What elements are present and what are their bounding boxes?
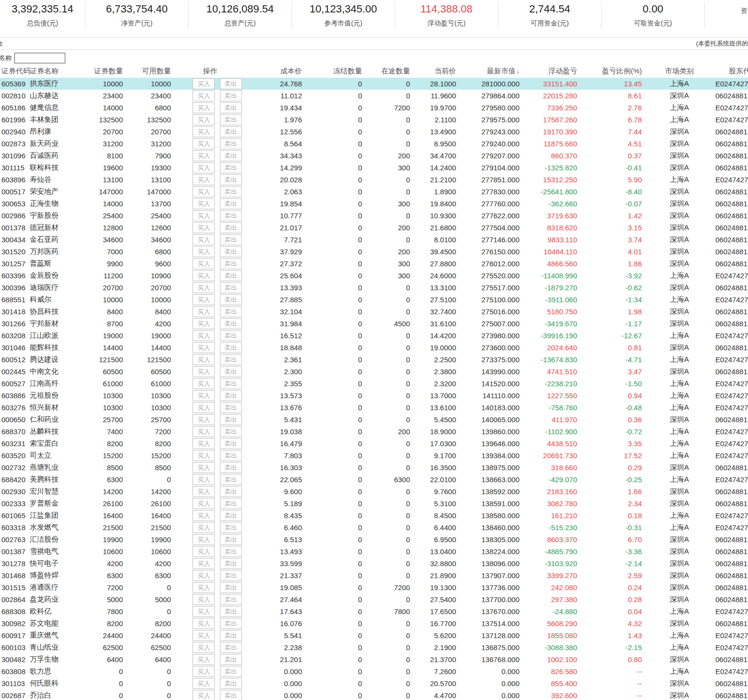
buy-button[interactable]: 买入 (193, 354, 215, 365)
sell-button[interactable]: 卖出 (220, 114, 242, 125)
buy-button[interactable]: 买入 (193, 474, 215, 485)
sell-button[interactable]: 卖出 (220, 390, 242, 401)
table-row[interactable]: 605369 拱东医疗 10000 10000 买入 卖出 24.768 0 0… (0, 78, 748, 90)
table-row[interactable]: 688420 美腾科技 6300 0 买入 卖出 22.065 0 6300 2… (0, 474, 748, 486)
buy-button[interactable]: 买入 (193, 462, 215, 473)
sell-button[interactable]: 卖出 (220, 510, 242, 521)
col-header-shareholder-code[interactable]: 股东代码 (706, 64, 748, 78)
table-row[interactable]: 603231 索宝蛋白 8200 8200 买入 卖出 16.479 0 0 1… (0, 438, 748, 450)
buy-button[interactable]: 买入 (193, 342, 215, 353)
buy-button[interactable]: 买入 (193, 690, 215, 700)
buy-button[interactable]: 买入 (193, 414, 215, 425)
buy-button[interactable]: 买入 (193, 450, 215, 461)
sell-button[interactable]: 卖出 (220, 618, 242, 629)
sell-button[interactable]: 卖出 (220, 462, 242, 473)
sell-button[interactable]: 卖出 (220, 378, 242, 389)
buy-button[interactable]: 买入 (193, 258, 215, 269)
buy-button[interactable]: 买入 (193, 498, 215, 509)
sell-button[interactable]: 卖出 (220, 522, 242, 533)
sell-button[interactable]: 卖出 (220, 318, 242, 329)
table-row[interactable]: 301278 快可电子 4200 4200 买入 卖出 33.599 0 0 3… (0, 558, 748, 569)
buy-button[interactable]: 买入 (193, 486, 215, 497)
buy-button[interactable]: 买入 (193, 174, 215, 185)
buy-button[interactable]: 买入 (193, 270, 215, 281)
buy-button[interactable]: 买入 (193, 306, 215, 317)
col-header-cost-price[interactable]: 成本价 (247, 64, 304, 78)
buy-button[interactable]: 买入 (193, 210, 215, 221)
table-row[interactable]: 301266 宇邦新材 8700 4200 买入 卖出 31.984 0 450… (0, 318, 748, 330)
buy-button[interactable]: 买入 (193, 198, 215, 209)
tab-positions-partial[interactable]: 仓 (0, 39, 3, 48)
table-row[interactable]: 603808 歌力思 0 0 买入 卖出 0.000 0 0 7.2600 0.… (0, 665, 748, 677)
sell-button[interactable]: 卖出 (220, 282, 242, 293)
table-row[interactable]: 301046 能辉科技 14400 14400 买入 卖出 18.848 0 0… (0, 342, 748, 354)
table-row[interactable]: 300482 万孚生物 6400 6400 买入 卖出 21.201 0 0 2… (0, 653, 748, 665)
table-row[interactable]: 002445 中南文化 60500 60500 买入 卖出 2.300 0 0 … (0, 366, 748, 378)
table-row[interactable]: 603276 恒兴新材 10300 10300 买入 卖出 13.676 0 0… (0, 402, 748, 414)
sell-button[interactable]: 卖出 (220, 450, 242, 461)
sell-button[interactable]: 卖出 (220, 270, 242, 281)
buy-button[interactable]: 买入 (193, 642, 215, 653)
col-header-security-code[interactable]: 证券代码 (0, 64, 29, 78)
sell-button[interactable]: 卖出 (220, 690, 242, 700)
sell-button[interactable]: 卖出 (220, 90, 242, 101)
buy-button[interactable]: 买入 (193, 186, 215, 197)
col-header-market-value[interactable]: 最新市值↓ (458, 64, 521, 78)
buy-button[interactable]: 买入 (193, 378, 215, 389)
table-row[interactable]: 300982 苏文电能 8200 8200 买入 卖出 16.076 0 0 1… (0, 617, 748, 629)
buy-button[interactable]: 买入 (193, 594, 215, 605)
buy-button[interactable]: 买入 (193, 522, 215, 533)
table-row[interactable]: 601996 丰林集团 132500 132500 买入 卖出 1.976 0 … (0, 114, 748, 126)
sell-button[interactable]: 卖出 (220, 126, 242, 137)
buy-button[interactable]: 买入 (193, 678, 215, 689)
buy-button[interactable]: 买入 (193, 630, 215, 641)
name-filter-input[interactable] (14, 53, 65, 63)
sell-button[interactable]: 卖出 (220, 198, 242, 209)
table-row[interactable]: 000650 仁和药业 25700 25700 买入 卖出 5.431 0 0 … (0, 414, 748, 426)
table-row[interactable]: 603396 金辰股份 11200 10900 买入 卖出 25.604 0 3… (0, 270, 748, 282)
sell-button[interactable]: 卖出 (220, 570, 242, 581)
sell-button[interactable]: 卖出 (220, 210, 242, 221)
table-row[interactable]: 603208 江山欧派 19000 19000 买入 卖出 16.512 0 0… (0, 330, 748, 342)
buy-button[interactable]: 买入 (193, 510, 215, 521)
sell-button[interactable]: 卖出 (220, 138, 242, 149)
table-row[interactable]: 301103 何氏眼科 0 0 买入 卖出 0.000 0 0 20.5700 … (0, 677, 748, 689)
buy-button[interactable]: 买入 (193, 78, 215, 89)
buy-button[interactable]: 买入 (193, 126, 215, 137)
buy-button[interactable]: 买入 (193, 330, 215, 341)
buy-button[interactable]: 买入 (193, 618, 215, 629)
sell-button[interactable]: 卖出 (220, 426, 242, 437)
sell-button[interactable]: 卖出 (220, 366, 242, 377)
sell-button[interactable]: 卖出 (220, 246, 242, 257)
table-row[interactable]: 301096 百诚医药 8100 7900 买入 卖出 34.343 0 200… (0, 150, 748, 162)
col-header-floating-pl[interactable]: 浮动盈亏 (521, 64, 579, 78)
table-row[interactable]: 605186 健麾信息 14000 6800 买入 卖出 19.434 0 72… (0, 102, 748, 114)
sell-button[interactable]: 卖出 (220, 582, 242, 593)
buy-button[interactable]: 买入 (193, 366, 215, 377)
col-header-current-price[interactable]: 当前价 (412, 64, 458, 78)
table-row[interactable]: 002986 宇新股份 25400 25400 买入 卖出 10.777 0 0… (0, 210, 748, 222)
sell-button[interactable]: 卖出 (220, 678, 242, 689)
sell-button[interactable]: 卖出 (220, 402, 242, 413)
buy-button[interactable]: 买入 (193, 534, 215, 545)
table-row[interactable]: 002763 汇洁股份 19900 19900 买入 卖出 6.513 0 0 … (0, 534, 748, 546)
col-header-market-type[interactable]: 市场类别 (644, 64, 706, 78)
sell-button[interactable]: 卖出 (220, 534, 242, 545)
table-row[interactable]: 002864 盘龙药业 5000 5000 买入 卖出 27.464 0 0 2… (0, 593, 748, 605)
sell-button[interactable]: 卖出 (220, 174, 242, 185)
table-row[interactable]: 000517 荣安地产 147000 147000 买入 卖出 2.063 0 … (0, 186, 748, 198)
buy-button[interactable]: 买入 (193, 102, 215, 113)
sell-button[interactable]: 卖出 (220, 294, 242, 305)
table-row[interactable]: 600527 江南高纤 61000 61000 买入 卖出 2.355 0 0 … (0, 378, 748, 390)
sell-button[interactable]: 卖出 (220, 414, 242, 425)
sell-button[interactable]: 卖出 (220, 546, 242, 557)
table-row[interactable]: 002687 乔治白 0 0 买入 卖出 0.000 0 0 4.4700 0.… (0, 689, 748, 700)
table-row[interactable]: 688551 科威尔 10000 10000 买入 卖出 27.885 0 0 … (0, 294, 748, 306)
table-row[interactable]: 002873 新天药业 31200 31200 买入 卖出 8.564 0 0 … (0, 138, 748, 150)
buy-button[interactable]: 买入 (193, 138, 215, 149)
col-header-pl-ratio[interactable]: 盈亏比例(%) (579, 64, 644, 78)
buy-button[interactable]: 买入 (193, 222, 215, 233)
table-row[interactable]: 603318 水发燃气 21500 21500 买入 卖出 6.460 0 0 … (0, 522, 748, 534)
col-header-security-name[interactable]: 证券名称 (29, 64, 85, 78)
sell-button[interactable]: 卖出 (220, 234, 242, 245)
